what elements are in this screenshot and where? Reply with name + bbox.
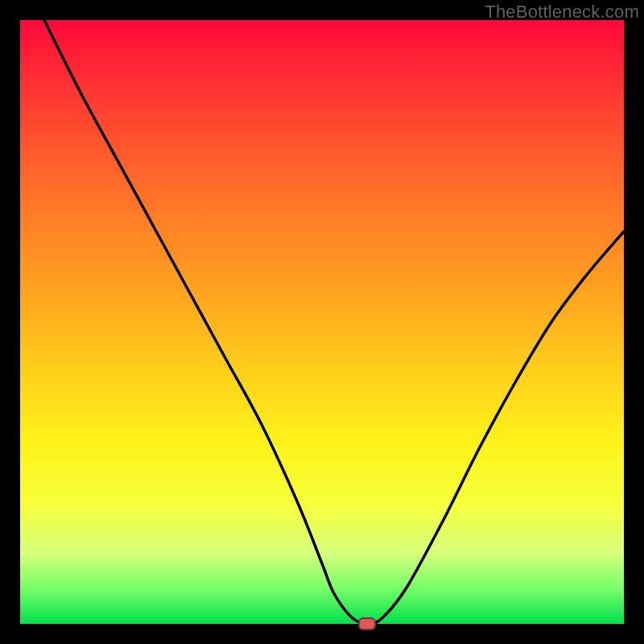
plot-area [20, 20, 624, 624]
chart-frame: TheBottleneck.com [0, 0, 644, 644]
bottleneck-curve [20, 20, 624, 624]
optimal-point-marker [358, 617, 376, 630]
watermark-text: TheBottleneck.com [485, 2, 639, 23]
